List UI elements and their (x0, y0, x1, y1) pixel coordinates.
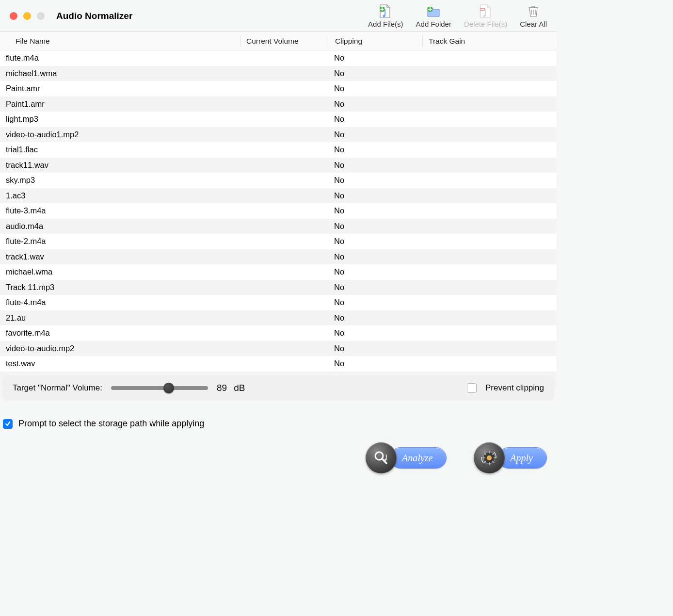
clear-all-label: Clear All (520, 20, 547, 28)
cell-filename: Track 11.mp3 (0, 283, 240, 292)
cell-filename: sky.mp3 (0, 176, 240, 185)
prompt-path-checkbox[interactable] (3, 419, 13, 429)
cell-filename: audio.m4a (0, 222, 240, 231)
apply-label: Apply (498, 447, 547, 469)
cell-clipping: No (328, 313, 421, 323)
table-row[interactable]: michael1.wmaNo (0, 66, 557, 81)
cell-clipping: No (328, 130, 421, 139)
cell-clipping: No (328, 176, 421, 185)
titlebar: Audio Normalizer Add File(s) (0, 0, 557, 32)
table-row[interactable]: flute.m4aNo (0, 50, 557, 66)
close-window-button[interactable] (10, 12, 17, 20)
add-folder-icon (426, 3, 441, 19)
cell-filename: video-to-audio1.mp2 (0, 130, 240, 139)
cell-clipping: No (328, 328, 421, 338)
table-row[interactable]: 1.ac3No (0, 188, 557, 204)
clear-all-button[interactable]: Clear All (520, 3, 547, 28)
gear-icon (474, 442, 505, 473)
action-row: Analyze Apply (0, 429, 557, 473)
cell-clipping: No (328, 237, 421, 246)
prevent-clipping-label: Prevent clipping (485, 383, 544, 393)
cell-filename: light.mp3 (0, 114, 240, 124)
table-row[interactable]: favorite.m4aNo (0, 325, 557, 341)
cell-filename: favorite.m4a (0, 328, 240, 338)
cell-clipping: No (328, 99, 421, 109)
table-row[interactable]: sky.mp3No (0, 173, 557, 188)
cell-filename: track11.wav (0, 161, 240, 170)
cell-filename: flute-3.m4a (0, 206, 240, 215)
cell-filename: flute.m4a (0, 53, 240, 63)
table-row[interactable]: 21.auNo (0, 310, 557, 326)
cell-filename: test.wav (0, 359, 240, 368)
maximize-window-button[interactable] (37, 12, 45, 20)
delete-files-button[interactable]: Delete File(s) (464, 3, 507, 28)
table-row[interactable]: flute-2.m4aNo (0, 234, 557, 249)
table-row[interactable]: light.mp3No (0, 112, 557, 127)
prompt-row: Prompt to select the storage path while … (3, 419, 554, 429)
cell-filename: video-to-audio.mp2 (0, 344, 240, 353)
cell-filename: track1.wav (0, 252, 240, 261)
cell-filename: Paint.amr (0, 84, 240, 93)
table-row[interactable]: track11.wavNo (0, 158, 557, 173)
table-row[interactable]: video-to-audio.mp2No (0, 341, 557, 357)
table-row[interactable]: michael.wmaNo (0, 264, 557, 280)
target-volume-label: Target "Normal" Volume: (13, 383, 102, 393)
table-row[interactable]: Paint.amrNo (0, 81, 557, 97)
col-header-trackgain[interactable]: Track Gain (423, 37, 557, 46)
table-row[interactable]: Paint1.amrNo (0, 97, 557, 112)
slider-thumb[interactable] (163, 383, 174, 393)
add-folder-button[interactable]: Add Folder (416, 3, 451, 28)
prompt-path-label: Prompt to select the storage path while … (18, 419, 204, 429)
target-volume-slider[interactable] (111, 386, 208, 390)
cell-filename: Paint1.amr (0, 99, 240, 109)
cell-clipping: No (328, 206, 421, 215)
file-table-body: flute.m4aNomichael1.wmaNoPaint.amrNoPain… (0, 50, 557, 387)
col-header-clipping[interactable]: Clipping (329, 37, 422, 46)
cell-filename: trial1.flac (0, 145, 240, 154)
cell-filename: flute-2.m4a (0, 237, 240, 246)
analyze-label: Analyze (390, 447, 447, 469)
app-title: Audio Normalizer (56, 11, 132, 21)
add-file-icon (378, 3, 393, 19)
target-volume-value: 89 (217, 383, 227, 393)
cell-clipping: No (328, 161, 421, 170)
add-files-label: Add File(s) (368, 20, 403, 28)
col-header-volume[interactable]: Current Volume (240, 37, 329, 46)
table-row[interactable]: video-to-audio1.mp2No (0, 127, 557, 143)
cell-filename: 21.au (0, 313, 240, 323)
cell-clipping: No (328, 298, 421, 307)
cell-clipping: No (328, 267, 421, 276)
table-row[interactable]: flute-4.m4aNo (0, 295, 557, 310)
delete-files-label: Delete File(s) (464, 20, 507, 28)
minimize-window-button[interactable] (23, 12, 31, 20)
toolbar: Add File(s) Add Folder (368, 3, 547, 28)
svg-point-7 (487, 455, 492, 460)
target-volume-unit: dB (234, 383, 245, 393)
table-row[interactable]: track1.wavNo (0, 249, 557, 265)
cell-clipping: No (328, 222, 421, 231)
cell-clipping: No (328, 145, 421, 154)
analyze-button[interactable]: Analyze (366, 442, 447, 473)
cell-clipping: No (328, 114, 421, 124)
cell-filename: michael.wma (0, 267, 240, 276)
add-files-button[interactable]: Add File(s) (368, 3, 403, 28)
cell-clipping: No (328, 53, 421, 63)
cell-clipping: No (328, 359, 421, 368)
table-row[interactable]: Track 11.mp3No (0, 280, 557, 295)
cell-filename: flute-4.m4a (0, 298, 240, 307)
apply-button[interactable]: Apply (474, 442, 547, 473)
magnifier-icon (366, 442, 397, 473)
cell-clipping: No (328, 252, 421, 261)
prevent-clipping-checkbox[interactable] (467, 383, 477, 393)
cell-clipping: No (328, 84, 421, 93)
col-header-filename[interactable]: File Name (0, 37, 240, 46)
table-header: File Name Current Volume Clipping Track … (0, 32, 557, 50)
traffic-lights (10, 12, 45, 20)
table-row[interactable]: flute-3.m4aNo (0, 203, 557, 219)
table-row[interactable]: test.wavNo (0, 356, 557, 372)
cell-clipping: No (328, 344, 421, 353)
cell-filename: 1.ac3 (0, 191, 240, 200)
table-row[interactable]: audio.m4aNo (0, 219, 557, 234)
delete-file-icon (478, 3, 494, 19)
table-row[interactable]: trial1.flacNo (0, 142, 557, 158)
